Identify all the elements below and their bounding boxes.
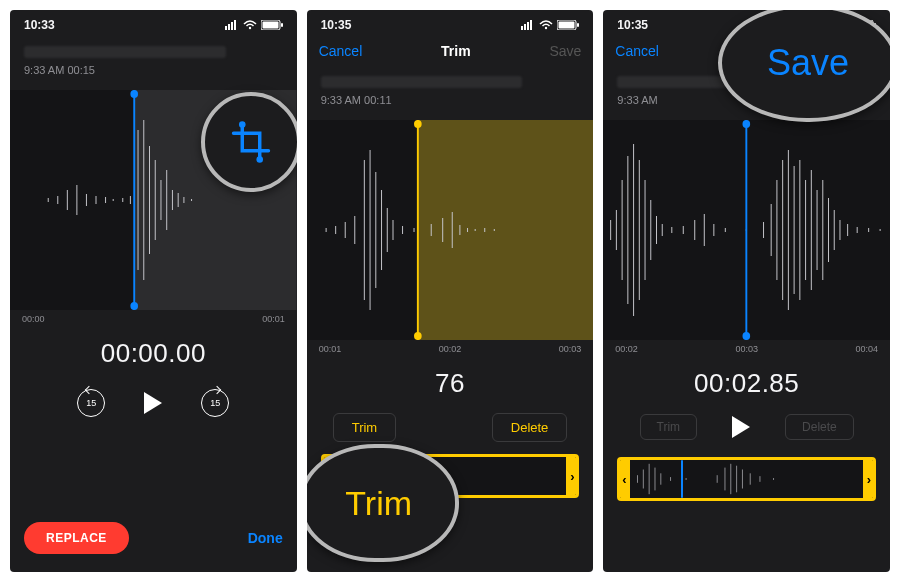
nav-title: Trim <box>441 43 471 59</box>
status-bar: 10:33 <box>10 10 297 36</box>
delete-button-disabled: Delete <box>785 414 854 440</box>
svg-point-30 <box>130 90 138 98</box>
skip-forward-button[interactable]: 15 <box>197 385 233 421</box>
status-time: 10:35 <box>617 18 648 32</box>
svg-rect-34 <box>521 26 523 30</box>
tick-label: 00:04 <box>855 344 878 354</box>
svg-point-32 <box>239 121 246 128</box>
callout-save-label: Save <box>718 10 890 122</box>
trim-handle-left[interactable]: ‹ <box>618 460 630 498</box>
svg-rect-37 <box>530 20 532 30</box>
mini-track[interactable]: ‹ › <box>617 457 876 501</box>
cancel-button[interactable]: Cancel <box>615 43 659 59</box>
svg-point-33 <box>256 156 263 163</box>
svg-point-4 <box>248 27 250 29</box>
svg-rect-42 <box>418 120 594 340</box>
trim-handle-right[interactable]: › <box>863 460 875 498</box>
battery-icon <box>261 20 283 30</box>
recording-meta: 9:33 AM 00:15 <box>24 64 283 76</box>
svg-rect-7 <box>281 23 283 27</box>
replace-button[interactable]: REPLACE <box>24 522 129 554</box>
recording-header: 9:33 AM 00:15 <box>10 36 297 84</box>
svg-point-31 <box>130 302 138 310</box>
callout-crop-icon <box>201 92 297 192</box>
waveform-view[interactable] <box>307 120 594 340</box>
play-button[interactable] <box>135 385 171 421</box>
time-ticks: 00:01 00:02 00:03 <box>307 340 594 354</box>
tick-label: 00:00 <box>22 314 45 324</box>
svg-point-38 <box>545 27 547 29</box>
svg-rect-6 <box>262 22 278 29</box>
cancel-button[interactable]: Cancel <box>319 43 363 59</box>
waveform-view[interactable] <box>603 120 890 340</box>
playhead-time: 76 <box>307 368 594 399</box>
recording-name-blurred <box>321 76 523 88</box>
crop-icon <box>227 118 275 166</box>
svg-point-64 <box>414 120 422 128</box>
svg-point-65 <box>414 332 422 340</box>
svg-rect-2 <box>231 22 233 30</box>
status-time: 10:33 <box>24 18 55 32</box>
tick-label: 00:02 <box>439 344 462 354</box>
save-button-disabled: Save <box>549 43 581 59</box>
trim-button[interactable]: Trim <box>333 413 397 442</box>
nav-bar: Cancel Trim Save <box>307 36 594 66</box>
playhead-time: 00:02.85 <box>603 368 890 399</box>
recording-meta: 9:33 AM 00:11 <box>321 94 580 106</box>
svg-rect-40 <box>559 22 575 29</box>
svg-rect-1 <box>228 24 230 30</box>
svg-point-118 <box>743 120 751 128</box>
time-ticks: 00:00 00:01 <box>10 310 297 324</box>
delete-button[interactable]: Delete <box>492 413 568 442</box>
svg-rect-3 <box>234 20 236 30</box>
skip-back-button[interactable]: 15 <box>73 385 109 421</box>
trim-button-disabled: Trim <box>640 414 698 440</box>
done-button[interactable]: Done <box>248 530 283 546</box>
trim-handle-right[interactable]: › <box>566 457 578 495</box>
svg-rect-36 <box>527 22 529 30</box>
tick-label: 00:02 <box>615 344 638 354</box>
recording-name-blurred <box>24 46 226 58</box>
signal-icon <box>225 20 239 30</box>
svg-rect-0 <box>225 26 227 30</box>
play-icon <box>144 392 162 414</box>
screen-trim: 10:35 Cancel Trim Save 9:33 AM 00:11 <box>307 10 594 572</box>
svg-rect-35 <box>524 24 526 30</box>
battery-icon <box>557 20 579 30</box>
tick-label: 00:01 <box>262 314 285 324</box>
screen-save: 10:35 Cancel Trim 9:33 AM <box>603 10 890 572</box>
wifi-icon <box>539 20 553 30</box>
play-button[interactable] <box>723 409 759 445</box>
status-bar: 10:35 <box>307 10 594 36</box>
screen-edit: 10:33 9:33 AM 00:15 <box>10 10 297 572</box>
svg-point-119 <box>743 332 751 340</box>
callout-trim-label: Trim <box>307 444 459 562</box>
transport-controls: 15 15 <box>10 385 297 421</box>
mini-cursor[interactable] <box>681 460 683 498</box>
status-time: 10:35 <box>321 18 352 32</box>
play-icon <box>732 416 750 438</box>
playhead-time: 00:00.00 <box>10 338 297 369</box>
signal-icon <box>521 20 535 30</box>
tick-label: 00:01 <box>319 344 342 354</box>
tick-label: 00:03 <box>735 344 758 354</box>
svg-rect-41 <box>577 23 579 27</box>
tick-label: 00:03 <box>559 344 582 354</box>
wifi-icon <box>243 20 257 30</box>
time-ticks: 00:02 00:03 00:04 <box>603 340 890 354</box>
